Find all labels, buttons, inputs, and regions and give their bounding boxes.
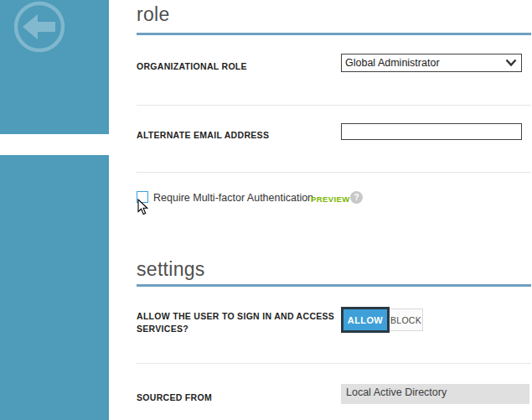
alternate-email-label: ALTERNATE EMAIL ADDRESS	[137, 130, 269, 140]
preview-badge: PREVIEW	[311, 194, 350, 204]
sidebar-panel-top	[0, 0, 109, 134]
block-button[interactable]: BLOCK	[390, 309, 423, 331]
mfa-label: Require Multi-factor Authentication	[153, 192, 313, 204]
help-icon[interactable]: ?	[350, 191, 363, 204]
settings-section-underline	[137, 284, 531, 287]
sourced-from-value: Local Active Directory	[341, 384, 529, 404]
settings-section-title: settings	[137, 258, 205, 281]
sourced-from-label: SOURCED FROM	[137, 392, 212, 402]
sign-in-toggle: ALLOW BLOCK	[341, 307, 423, 333]
divider	[137, 172, 531, 173]
back-button[interactable]	[0, 0, 80, 55]
organizational-role-select[interactable]: Global Administrator	[341, 54, 522, 72]
divider	[137, 105, 531, 106]
help-icon-glyph: ?	[354, 193, 359, 202]
mfa-checkbox[interactable]	[137, 191, 148, 203]
organizational-role-label: ORGANIZATIONAL ROLE	[137, 61, 247, 71]
role-section-title: role	[137, 3, 170, 26]
alternate-email-input[interactable]	[341, 123, 522, 140]
back-arrow-icon	[0, 0, 80, 55]
allow-button[interactable]: ALLOW	[341, 307, 390, 333]
divider	[137, 363, 531, 364]
organizational-role-field: Global Administrator	[341, 54, 522, 72]
sidebar-panel-bottom	[0, 155, 109, 420]
role-section-underline	[137, 33, 531, 35]
sign-in-access-label: ALLOW THE USER TO SIGN IN AND ACCESS SER…	[137, 310, 346, 334]
user-role-settings-page: role ORGANIZATIONAL ROLE Global Administ…	[0, 0, 532, 420]
